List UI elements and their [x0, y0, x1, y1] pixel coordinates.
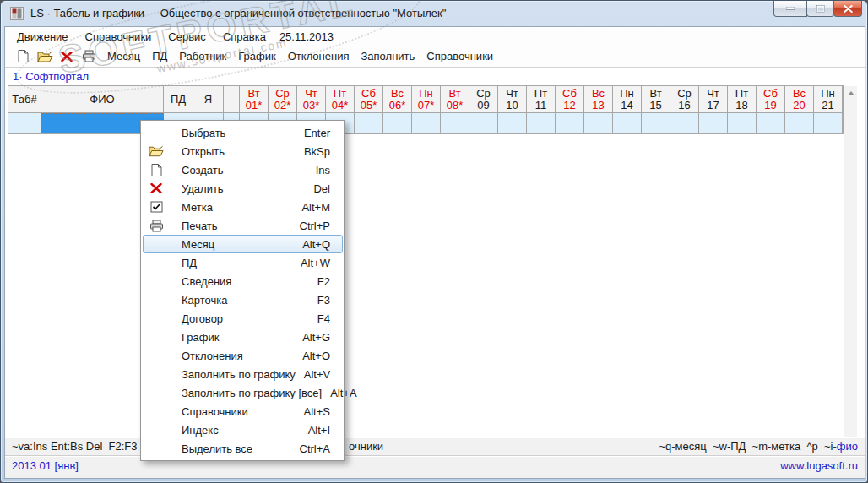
header-day: Чт 03*: [297, 86, 326, 112]
day-of-week: Ср: [677, 88, 692, 100]
cell-day[interactable]: [412, 113, 441, 133]
menu-item-directories[interactable]: Справочники Alt+S: [143, 402, 343, 421]
cell-day[interactable]: [728, 113, 757, 133]
toolbar-button[interactable]: ПД: [146, 48, 173, 64]
header-ya: Я: [193, 86, 224, 112]
header-tab-number: Таб#: [8, 86, 41, 112]
cell-day[interactable]: [814, 113, 843, 133]
delete-cross-icon[interactable]: [57, 49, 76, 63]
status-bar: ~va:Ins Ent:Bs Del F2:F3 очники ~q-месяц…: [5, 437, 865, 455]
day-of-week: Вс: [793, 88, 806, 100]
cell-tab-number[interactable]: [8, 113, 41, 133]
menu-item-select[interactable]: Выбрать Enter: [143, 123, 343, 142]
menu-item-month[interactable]: Месяц Alt+Q: [143, 235, 343, 253]
day-number: 08*: [447, 100, 464, 111]
menu-item-mark[interactable]: Метка Alt+M: [143, 198, 343, 216]
day-number: 01*: [246, 100, 263, 111]
header-day: Сб 19: [757, 86, 785, 112]
cell-day[interactable]: [699, 113, 728, 133]
menu-item-pd[interactable]: ПД Alt+W: [143, 253, 343, 272]
scroll-up-button[interactable]: [844, 86, 857, 100]
cell-day[interactable]: [383, 113, 412, 133]
cell-day[interactable]: [670, 113, 699, 133]
toolbar-button[interactable]: Месяц: [101, 48, 146, 64]
menu-item-create[interactable]: Создать Ins: [143, 160, 343, 179]
vendor-site-link[interactable]: www.lugasoft.ru: [780, 456, 858, 476]
day-number: 12: [563, 100, 575, 111]
title-bar: LS · Табель и графики Общество с огранич…: [1, 1, 867, 26]
header-day: Вс 06*: [383, 86, 412, 112]
close-button[interactable]: [833, 1, 862, 17]
menu-item-index[interactable]: Индекс Alt+I: [143, 421, 343, 439]
menu-item-card[interactable]: Карточка F3: [143, 290, 343, 309]
empty-icon-slot: [149, 442, 164, 456]
cell-day[interactable]: [757, 113, 785, 133]
open-folder-icon[interactable]: [35, 49, 54, 63]
header-day: Пн 21: [814, 86, 843, 112]
day-number: 21: [822, 100, 833, 111]
day-number: 02*: [274, 100, 291, 111]
menubar-item[interactable]: Сервис: [160, 29, 214, 45]
toolbar-button[interactable]: График: [232, 48, 281, 64]
context-menu: Выбрать Enter Открыть BkSp Создать Ins У…: [140, 120, 345, 461]
day-number: 13: [592, 100, 604, 111]
header-gap: [224, 86, 240, 112]
day-of-week: Вт: [649, 88, 661, 100]
menu-item-select-all[interactable]: Выделить все Ctrl+A: [143, 439, 343, 458]
menu-item-schedule[interactable]: График Alt+G: [143, 328, 343, 346]
cell-day[interactable]: [441, 113, 469, 133]
day-number: 18: [735, 100, 747, 111]
toolbar: МесяцПДРаботникГрафикОтклоненияЗаполнить…: [5, 46, 865, 68]
day-of-week: Чт: [707, 88, 719, 100]
cell-day[interactable]: [785, 113, 814, 133]
header-day: Вс 13: [584, 86, 613, 112]
employee-nav-link[interactable]: 1· Софтпортал: [5, 68, 865, 85]
day-number: 04*: [332, 100, 349, 111]
empty-icon-slot: [149, 256, 164, 270]
day-of-week: Сб: [763, 88, 778, 100]
menu-item-delete[interactable]: Удалить Del: [143, 179, 343, 198]
menu-item-print[interactable]: Печать Ctrl+P: [143, 216, 343, 235]
day-number: 14: [621, 100, 632, 111]
menu-item-contract[interactable]: Договор F4: [143, 309, 343, 328]
menu-item-fill-by-schedule-all[interactable]: Заполнить по графику [все] Alt+A: [143, 383, 343, 402]
vertical-scrollbar[interactable]: [844, 86, 857, 438]
toolbar-button[interactable]: Справочники: [420, 48, 499, 64]
menu-item-deviations[interactable]: Отклонения Alt+O: [143, 346, 343, 365]
empty-icon-slot: [149, 386, 164, 400]
menu-item-open[interactable]: Открыть BkSp: [143, 142, 343, 160]
menu-item-fill-by-schedule[interactable]: Заполнить по графику Alt+V: [143, 365, 343, 383]
delete-cross-icon: [149, 182, 164, 196]
day-number: 05*: [361, 100, 377, 111]
menubar-item[interactable]: Справочники: [77, 29, 160, 45]
empty-icon-slot: [149, 237, 164, 252]
cell-day[interactable]: [642, 113, 670, 133]
cell-day[interactable]: [613, 113, 642, 133]
new-document-icon[interactable]: [14, 49, 32, 63]
day-of-week: Ср: [275, 88, 290, 100]
day-number: 16: [678, 100, 690, 111]
minimize-button[interactable]: [773, 1, 807, 17]
toolbar-button[interactable]: Отклонения: [282, 48, 355, 64]
menubar-item[interactable]: Справка: [214, 29, 274, 45]
day-of-week: Вт: [448, 88, 460, 100]
printer-icon[interactable]: [79, 49, 98, 63]
cell-day[interactable]: [355, 113, 383, 133]
header-day: Чт 17: [699, 86, 728, 112]
cell-day[interactable]: [527, 113, 556, 133]
cell-day[interactable]: [556, 113, 584, 133]
day-number: 10: [506, 100, 518, 111]
menu-item-details[interactable]: Сведения F2: [143, 272, 343, 290]
header-day: Вс 20: [785, 86, 814, 112]
maximize-button[interactable]: [806, 1, 834, 17]
day-of-week: Пт: [534, 88, 547, 100]
cell-day[interactable]: [498, 113, 527, 133]
cell-day[interactable]: [469, 113, 498, 133]
toolbar-button[interactable]: Заполнить: [355, 48, 421, 64]
header-day: Вт 15: [642, 86, 670, 112]
menubar-item[interactable]: Движение: [8, 29, 77, 45]
empty-icon-slot: [149, 349, 164, 363]
day-number: 11: [535, 100, 547, 111]
toolbar-button[interactable]: Работник: [173, 48, 232, 64]
cell-day[interactable]: [584, 113, 613, 133]
